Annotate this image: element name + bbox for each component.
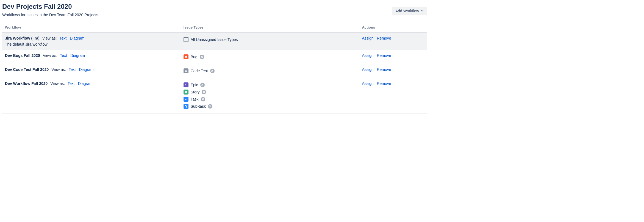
issue-type: All Unassigned Issue Types [184,36,357,43]
remove-issue-type-icon[interactable]: ✕ [200,83,205,87]
svg-point-0 [185,56,187,58]
view-as-label: View as: [43,53,57,58]
remove-issue-type-icon[interactable]: ✕ [202,90,206,94]
col-header-issue-types: Issue Types [181,23,359,32]
view-as-text-link[interactable]: Text [60,53,67,58]
assign-link[interactable]: Assign [362,67,373,72]
view-as-text-link[interactable]: Text [68,81,75,86]
view-as-text-link[interactable]: Text [59,36,66,40]
story-icon [184,90,188,95]
assign-link[interactable]: Assign [362,36,373,40]
page-title: Dev Projects Fall 2020 [2,3,98,10]
assign-link[interactable]: Assign [362,53,373,58]
remove-issue-type-icon[interactable]: ✕ [201,97,205,101]
workflow-name: Jira Workflow (jira) [5,36,40,40]
view-as-diagram-link[interactable]: Diagram [78,81,93,86]
view-as-label: View as: [51,67,66,72]
view-as-label: View as: [50,81,65,86]
remove-link[interactable]: Remove [377,81,391,86]
remove-link[interactable]: Remove [377,53,391,58]
issue-type: Bug✕ [184,53,357,60]
workflow-name: Dev Workflow Fall 2020 [5,81,48,86]
issue-type-label: Story [191,90,200,94]
table-row: Jira Workflow (jira)View as:TextDiagramT… [2,32,427,50]
table-row: Dev Workflow Fall 2020View as:TextDiagra… [2,78,427,113]
code-test-icon [184,68,188,73]
workflow-name: Dev Code Test Fall 2020 [5,67,49,72]
view-as-diagram-link[interactable]: Diagram [79,67,94,72]
remove-issue-type-icon[interactable]: ✕ [200,55,204,59]
issue-type: Story✕ [184,88,357,96]
workflows-table: Workflow Issue Types Actions Jira Workfl… [2,23,427,113]
issue-type-label: Bug [191,55,198,59]
subtask-icon [184,104,188,109]
remove-issue-type-icon[interactable]: ✕ [210,69,215,73]
col-header-actions: Actions [359,23,427,32]
workflow-name: Dev Bugs Fall 2020 [5,53,40,58]
issue-type: Epic✕ [184,81,357,88]
view-as-label: View as: [42,36,57,40]
remove-issue-type-icon[interactable]: ✕ [208,104,212,109]
epic-icon [184,82,188,87]
issue-type: Sub-task✕ [184,103,357,110]
remove-link[interactable]: Remove [377,67,391,72]
assign-link[interactable]: Assign [362,81,373,86]
issue-type-label: Code Test [191,69,208,73]
issue-type: Code Test✕ [184,67,357,74]
table-row: Dev Bugs Fall 2020View as:TextDiagramBug… [2,50,427,64]
task-icon [184,97,188,102]
workflow-subtitle: The default Jira workflow [5,42,178,46]
page-description: Workflows for Issues in the Dev Team Fal… [2,13,98,17]
issue-type: Task✕ [184,96,357,103]
remove-link[interactable]: Remove [377,36,391,40]
add-workflow-label: Add Workflow [395,9,419,13]
issue-type-label: Task [191,97,199,101]
view-as-diagram-link[interactable]: Diagram [70,36,84,40]
col-header-workflow: Workflow [2,23,181,32]
view-as-text-link[interactable]: Text [69,67,76,72]
issue-type-label: All Unassigned Issue Types [191,37,238,42]
table-row: Dev Code Test Fall 2020View as:TextDiagr… [2,64,427,78]
add-workflow-button[interactable]: Add Workflow [392,7,427,15]
chevron-down-icon [421,9,424,13]
issue-type-label: Sub-task [191,104,206,109]
issue-type-label: Epic [191,83,198,87]
view-as-diagram-link[interactable]: Diagram [70,53,85,58]
bug-icon [184,54,188,59]
unassigned-icon [184,37,188,42]
svg-point-1 [185,70,187,72]
svg-rect-2 [185,105,186,106]
